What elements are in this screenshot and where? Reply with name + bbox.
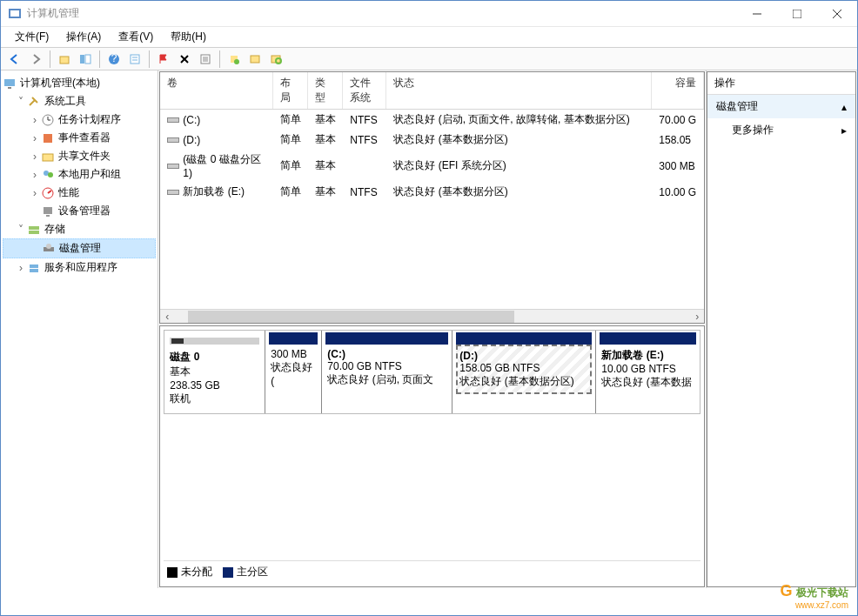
horizontal-scrollbar[interactable]: ‹ › bbox=[160, 309, 704, 323]
tree-expand-icon[interactable]: › bbox=[29, 151, 41, 163]
partition-header bbox=[325, 332, 448, 345]
users-icon bbox=[41, 168, 55, 182]
svg-point-41 bbox=[46, 244, 51, 249]
tree-expand-icon[interactable]: › bbox=[29, 187, 41, 199]
disk-row[interactable]: 磁盘 0 基本 238.35 GB 联机 300 MB 状态良好 ( (C:) … bbox=[164, 330, 700, 414]
toolbar-divider bbox=[149, 50, 150, 68]
tree-performance[interactable]: › 性能 bbox=[3, 184, 156, 202]
col-filesystem[interactable]: 文件系统 bbox=[343, 72, 386, 109]
tree-expand-icon[interactable]: › bbox=[29, 169, 41, 181]
partition-body: 新加载卷 (E:) 10.00 GB NTFS 状态良好 (基本数据 bbox=[600, 345, 696, 393]
forward-button[interactable] bbox=[26, 50, 45, 69]
cell-layout: 简单 bbox=[273, 131, 308, 148]
refresh-button[interactable] bbox=[266, 50, 285, 69]
scroll-thumb[interactable] bbox=[188, 311, 514, 323]
actions-label: 更多操作 bbox=[732, 123, 774, 137]
partition[interactable]: 新加载卷 (E:) 10.00 GB NTFS 状态良好 (基本数据 bbox=[595, 331, 700, 413]
show-hide-tree-button[interactable] bbox=[76, 50, 95, 69]
cell-fs: NTFS bbox=[343, 131, 386, 148]
actions-more[interactable]: 更多操作 ▸ bbox=[707, 118, 855, 142]
col-volume[interactable]: 卷 bbox=[160, 72, 273, 109]
computer-icon bbox=[3, 77, 17, 90]
tree-local-users[interactable]: › 本地用户和组 bbox=[3, 165, 156, 184]
tree-task-scheduler[interactable]: › 任务计划程序 bbox=[3, 110, 156, 129]
tree-shared-folders[interactable]: › 共享文件夹 bbox=[3, 147, 156, 165]
tree-system-tools[interactable]: ˅ 系统工具 bbox=[3, 92, 156, 110]
add-button[interactable] bbox=[225, 50, 244, 69]
tree-label: 性能 bbox=[58, 185, 79, 200]
window-title: 计算机管理 bbox=[27, 6, 737, 21]
tree-event-viewer[interactable]: › 事件查看器 bbox=[3, 129, 156, 147]
menu-file[interactable]: 文件(F) bbox=[6, 27, 57, 47]
menu-view[interactable]: 查看(V) bbox=[110, 27, 162, 47]
svg-point-33 bbox=[48, 172, 53, 177]
svg-rect-30 bbox=[44, 134, 52, 143]
properties-button[interactable] bbox=[125, 50, 144, 69]
svg-rect-8 bbox=[85, 55, 90, 64]
col-type[interactable]: 类型 bbox=[308, 72, 343, 109]
tree-collapse-icon[interactable]: ˅ bbox=[15, 224, 27, 236]
partition[interactable]: (D:) 158.05 GB NTFS 状态良好 (基本数据分区) bbox=[452, 331, 595, 413]
col-status[interactable]: 状态 bbox=[386, 72, 652, 109]
list-button[interactable] bbox=[196, 50, 215, 69]
tree-root[interactable]: 计算机管理(本地) bbox=[3, 74, 156, 92]
partition-header bbox=[456, 332, 592, 345]
actions-disk-management[interactable]: 磁盘管理 ▴ bbox=[707, 95, 855, 118]
tree-storage[interactable]: ˅ 存储 bbox=[3, 220, 156, 238]
svg-rect-42 bbox=[30, 264, 38, 268]
help-button[interactable]: ? bbox=[104, 50, 124, 69]
scroll-right-icon[interactable]: › bbox=[690, 310, 704, 324]
svg-rect-25 bbox=[4, 79, 15, 86]
tree-expand-icon[interactable]: › bbox=[29, 132, 41, 144]
sync-button[interactable] bbox=[245, 50, 265, 69]
partition[interactable]: 300 MB 状态良好 ( bbox=[265, 331, 321, 413]
disk-bar-icon bbox=[171, 338, 184, 344]
disk-map-panel: 磁盘 0 基本 238.35 GB 联机 300 MB 状态良好 ( (C:) … bbox=[159, 325, 705, 587]
menu-action[interactable]: 操作(A) bbox=[57, 27, 110, 47]
cell-status: 状态良好 (基本数据分区) bbox=[386, 131, 652, 148]
app-icon bbox=[8, 7, 22, 21]
cell-volume: (C:) bbox=[160, 111, 273, 128]
tree-expand-icon[interactable]: › bbox=[15, 262, 27, 274]
svg-rect-26 bbox=[8, 87, 11, 89]
table-row[interactable]: 新加载卷 (E:) 简单 基本 NTFS 状态良好 (基本数据分区) 10.00… bbox=[160, 182, 704, 202]
drive-icon bbox=[167, 116, 179, 124]
partition[interactable]: (C:) 70.00 GB NTFS 状态良好 (启动, 页面文 bbox=[321, 331, 452, 413]
tree-expand-icon[interactable]: › bbox=[29, 114, 41, 126]
maximize-button[interactable] bbox=[777, 1, 817, 27]
shared-folder-icon bbox=[41, 150, 55, 164]
back-button[interactable] bbox=[5, 50, 24, 69]
svg-rect-51 bbox=[168, 191, 178, 194]
scroll-left-icon[interactable]: ‹ bbox=[160, 310, 174, 324]
table-row[interactable]: (C:) 简单 基本 NTFS 状态良好 (启动, 页面文件, 故障转储, 基本… bbox=[160, 110, 704, 130]
cell-status: 状态良好 (基本数据分区) bbox=[386, 184, 652, 200]
legend-unallocated: 未分配 bbox=[167, 565, 212, 579]
tree-collapse-icon[interactable]: ˅ bbox=[15, 96, 27, 108]
cell-capacity: 70.00 G bbox=[652, 111, 704, 128]
close-button[interactable] bbox=[817, 1, 857, 27]
table-row[interactable]: (磁盘 0 磁盘分区 1) 简单 基本 状态良好 (EFI 系统分区) 300 … bbox=[160, 150, 704, 182]
cell-volume: (磁盘 0 磁盘分区 1) bbox=[160, 151, 273, 180]
tree-label: 存储 bbox=[44, 222, 65, 237]
menu-help[interactable]: 帮助(H) bbox=[162, 27, 215, 47]
partition-body: 300 MB 状态良好 ( bbox=[269, 345, 318, 391]
col-layout[interactable]: 布局 bbox=[273, 72, 308, 109]
tree-label: 磁盘管理 bbox=[59, 241, 101, 256]
table-row[interactable]: (D:) 简单 基本 NTFS 状态良好 (基本数据分区) 158.05 bbox=[160, 130, 704, 150]
svg-rect-7 bbox=[80, 55, 84, 64]
up-button[interactable] bbox=[55, 50, 74, 69]
legend-label: 主分区 bbox=[237, 565, 268, 579]
svg-rect-37 bbox=[46, 215, 50, 217]
flag-button[interactable] bbox=[154, 50, 173, 69]
tree-services-apps[interactable]: › 服务和应用程序 bbox=[3, 258, 156, 277]
col-capacity[interactable]: 容量 bbox=[652, 72, 704, 109]
tree-disk-management[interactable]: 磁盘管理 bbox=[3, 238, 156, 258]
minimize-button[interactable] bbox=[737, 1, 777, 27]
disk-online: 联机 bbox=[170, 392, 259, 406]
delete-button[interactable] bbox=[175, 50, 194, 69]
tree-device-manager[interactable]: 设备管理器 bbox=[3, 202, 156, 220]
chevron-right-icon: ▸ bbox=[841, 124, 847, 137]
services-icon bbox=[27, 261, 41, 275]
watermark-url: www.xz7.com bbox=[781, 600, 848, 610]
tree-label: 系统工具 bbox=[44, 94, 86, 109]
